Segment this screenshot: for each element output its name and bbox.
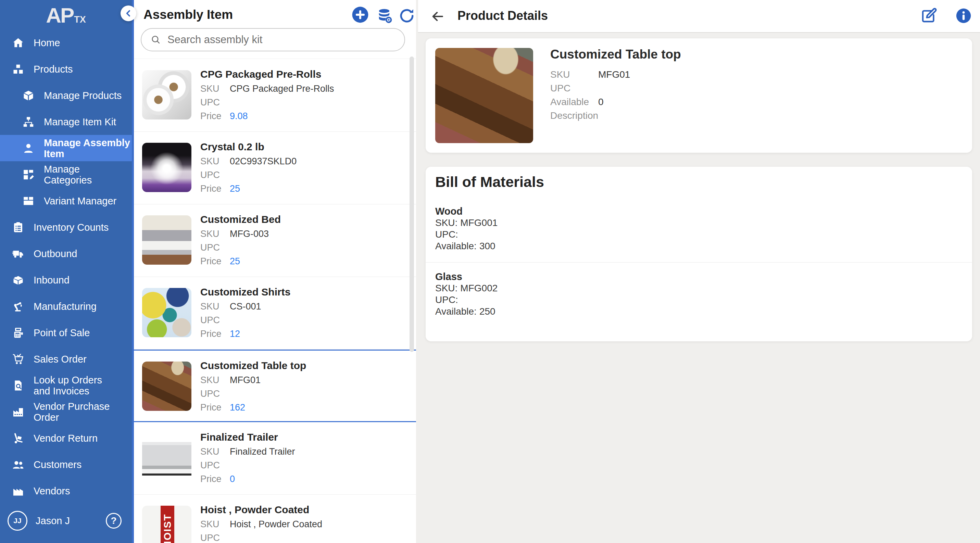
- sidebar-item-sales-order[interactable]: Sales Order: [0, 346, 132, 372]
- sidebar-item-inventory-counts[interactable]: Inventory Counts: [0, 214, 132, 240]
- edit-button[interactable]: [920, 7, 937, 25]
- sku-label: SKU: [200, 446, 230, 457]
- list-item-customized-table-top-selected[interactable]: Customized Table top SKUMFG01 UPC Price1…: [134, 349, 416, 422]
- help-icon[interactable]: ?: [106, 513, 122, 529]
- chevron-left-icon: [123, 8, 134, 19]
- sku-value: Hoist , Powder Coated: [230, 519, 322, 530]
- sidebar-item-manage-item-kit[interactable]: Manage Item Kit: [0, 108, 132, 135]
- truck-icon: [12, 247, 25, 260]
- sidebar-collapse-button[interactable]: [121, 5, 136, 21]
- product-name: Customized Table top: [550, 47, 681, 62]
- sku-value: CS-001: [230, 301, 261, 312]
- sidebar-item-manage-categories[interactable]: Manage Categories: [0, 161, 132, 187]
- sidebar-item-label: Manufacturing: [33, 301, 97, 312]
- upc-label: UPC: [200, 533, 230, 543]
- database-sync-button[interactable]: [375, 6, 394, 25]
- list-scrollbar[interactable]: [409, 57, 414, 352]
- price-label: Price: [200, 111, 230, 122]
- back-button[interactable]: [430, 8, 446, 25]
- sidebar-item-label: Manage Categories: [44, 164, 130, 186]
- search-icon: [150, 34, 161, 45]
- sidebar-item-customers[interactable]: Customers: [0, 451, 132, 478]
- sku-label: SKU: [550, 69, 598, 80]
- product-image-table-top: [435, 48, 533, 143]
- list-item-crystal[interactable]: Crystal 0.2 lb SKU02C9937SKLD0 UPC Price…: [134, 132, 416, 205]
- sidebar-item-products[interactable]: Products: [0, 56, 132, 82]
- sidebar-item-manufacturing[interactable]: Manufacturing: [0, 293, 132, 319]
- sidebar-item-manage-products[interactable]: Manage Products: [0, 82, 132, 108]
- hoist-banner-text: HOIST: [161, 506, 174, 543]
- available-label: Available: [550, 97, 598, 108]
- sku-value: Finalized Trailer: [230, 446, 295, 457]
- product-thumbnail-paper-rolls: [142, 70, 191, 119]
- sku-value: MFG01: [598, 69, 630, 80]
- search-input[interactable]: [167, 33, 387, 46]
- bom-sku-label: SKU:: [435, 283, 457, 294]
- sidebar-item-vendor-return[interactable]: Vendor Return: [0, 425, 132, 451]
- details-title: Product Details: [457, 9, 548, 23]
- bill-of-materials-card: Bill of Materials Wood SKU:MFG001 UPC: A…: [426, 167, 972, 341]
- sidebar-item-label: Vendor Purchase Order: [33, 401, 120, 423]
- list-item-finalized-trailer[interactable]: Finalized Trailer SKUFinalized Trailer U…: [134, 422, 416, 495]
- price-value: 25: [230, 184, 240, 194]
- sidebar-item-variant-manager[interactable]: Variant Manager: [0, 187, 132, 214]
- sidebar-item-lookup-orders-invoices[interactable]: Look up Orders and Invoices: [0, 372, 132, 399]
- home-icon: [12, 36, 25, 49]
- category-edit-icon: [22, 168, 35, 181]
- sidebar-item-vendor-purchase-order[interactable]: Vendor Purchase Order: [0, 399, 132, 425]
- add-assembly-item-button[interactable]: [351, 5, 369, 24]
- bom-upc-label: UPC:: [435, 294, 458, 305]
- info-icon: [955, 8, 972, 24]
- list-item-hoist-powder-coated[interactable]: HOIST Hoist , Powder Coated SKUHoist , P…: [134, 495, 416, 543]
- sku-value: 02C9937SKLD0: [230, 156, 296, 167]
- app-logo: AP TX: [0, 0, 132, 30]
- info-button[interactable]: [955, 7, 972, 25]
- sku-label: SKU: [200, 301, 230, 312]
- bom-available-label: Available:: [435, 306, 477, 317]
- item-title: CPG Packaged Pre-Rolls: [200, 68, 334, 81]
- sitemap-icon: [22, 115, 35, 129]
- back-arrow-icon: [430, 9, 445, 24]
- sidebar-item-home[interactable]: Home: [0, 29, 132, 56]
- assembly-item-panel: Assembly Item CPG Packaged Pre-Rolls SKU…: [132, 0, 416, 543]
- sidebar-item-point-of-sale[interactable]: Point of Sale: [0, 319, 132, 346]
- price-label: Price: [200, 184, 230, 194]
- app-window: AP TX Home Products Manage Products Mana…: [0, 0, 980, 543]
- sidebar-item-label: Inventory Counts: [33, 222, 108, 233]
- refresh-button[interactable]: [398, 6, 416, 25]
- edit-pencil-icon: [920, 8, 937, 24]
- logo-subtext: TX: [74, 14, 86, 25]
- sidebar-item-inbound[interactable]: Inbound: [0, 267, 132, 293]
- avatar[interactable]: JJ: [8, 511, 27, 531]
- user-name: Jason J: [36, 515, 106, 527]
- people-icon: [12, 458, 25, 471]
- sidebar-item-label: Sales Order: [33, 354, 87, 365]
- sku-value: MFG01: [230, 375, 261, 386]
- assembly-panel-header: Assembly Item: [134, 0, 416, 59]
- item-title: Hoist , Powder Coated: [200, 503, 322, 516]
- sidebar-item-label: Manage Item Kit: [44, 116, 116, 127]
- bom-material-name: Wood: [435, 205, 963, 217]
- assembly-item-list: CPG Packaged Pre-Rolls SKUCPG Packaged P…: [134, 59, 416, 543]
- sidebar-item-vendors[interactable]: Vendors: [0, 478, 132, 504]
- item-title: Customized Shirts: [200, 286, 290, 298]
- sidebar-item-outbound[interactable]: Outbound: [0, 240, 132, 267]
- sidebar-item-manage-assembly-item[interactable]: Manage Assembly Item: [0, 135, 132, 161]
- price-value: 25: [230, 256, 240, 267]
- list-item-cpg-packaged-pre-rolls[interactable]: CPG Packaged Pre-Rolls SKUCPG Packaged P…: [134, 59, 416, 132]
- variant-box-icon: [22, 194, 35, 208]
- list-item-customized-bed[interactable]: Customized Bed SKUMFG-003 UPC Price25: [134, 205, 416, 277]
- sku-label: SKU: [200, 519, 230, 530]
- description-label: Description: [550, 110, 598, 121]
- bom-available-value: 300: [479, 241, 495, 251]
- bom-material-name: Glass: [435, 271, 963, 283]
- sidebar-item-label: Vendor Return: [33, 433, 98, 444]
- bom-available-value: 250: [479, 306, 495, 317]
- product-thumbnail-crystal: [142, 143, 191, 192]
- bom-upc-label: UPC:: [435, 229, 458, 240]
- sku-label: SKU: [200, 156, 230, 167]
- logo-text: AP: [46, 3, 73, 27]
- sidebar-item-label: Look up Orders and Invoices: [33, 375, 120, 397]
- list-item-customized-shirts[interactable]: Customized Shirts SKUCS-001 UPC Price12: [134, 277, 416, 349]
- price-value: 162: [230, 402, 245, 413]
